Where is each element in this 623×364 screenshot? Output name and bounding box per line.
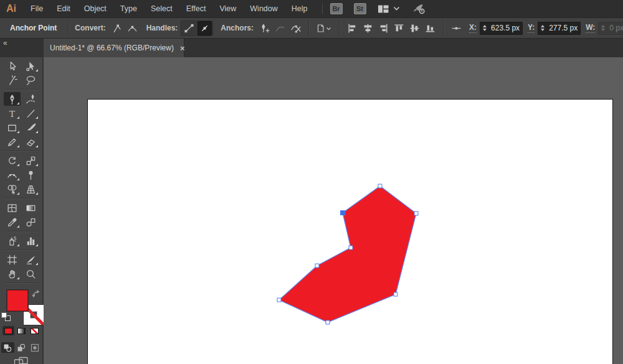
bridge-button[interactable]: Br bbox=[330, 3, 343, 14]
lasso-tool[interactable] bbox=[22, 73, 39, 87]
menu-effect[interactable]: Effect bbox=[179, 0, 213, 17]
anchor-point[interactable] bbox=[414, 212, 418, 215]
eraser-tool[interactable] bbox=[22, 135, 39, 149]
anchor-point[interactable] bbox=[315, 264, 319, 268]
color-button[interactable] bbox=[2, 326, 14, 335]
document-setup-button[interactable] bbox=[315, 21, 333, 35]
slice-tool[interactable] bbox=[22, 253, 39, 266]
draw-inside-button[interactable] bbox=[29, 342, 42, 353]
chevron-down-icon[interactable] bbox=[393, 6, 400, 11]
menu-help[interactable]: Help bbox=[285, 0, 315, 17]
remove-anchor-button[interactable] bbox=[273, 21, 287, 35]
pencil-tool[interactable] bbox=[4, 135, 21, 149]
anchor-point[interactable] bbox=[349, 246, 353, 250]
rectangle-tool[interactable] bbox=[4, 121, 21, 134]
hide-handles-button[interactable] bbox=[197, 21, 212, 35]
column-graph-tool[interactable] bbox=[22, 234, 39, 248]
menu-edit[interactable]: Edit bbox=[50, 0, 77, 17]
menu-object[interactable]: Object bbox=[77, 0, 113, 17]
eyedropper-tool[interactable] bbox=[4, 215, 21, 229]
gradient-tool[interactable] bbox=[22, 201, 39, 215]
draw-normal-button[interactable] bbox=[1, 342, 14, 353]
draw-behind-button[interactable] bbox=[15, 342, 28, 353]
type-tool[interactable]: T bbox=[4, 106, 21, 120]
scale-tool[interactable] bbox=[22, 154, 39, 167]
menu-window[interactable]: Window bbox=[243, 0, 284, 17]
align-top-button[interactable] bbox=[392, 21, 406, 35]
reference-point-icon[interactable] bbox=[449, 21, 464, 35]
x-value[interactable]: 623.5 px bbox=[491, 24, 520, 32]
anchor-point[interactable] bbox=[394, 292, 397, 296]
none-chip bbox=[31, 328, 39, 334]
rotate-tool[interactable] bbox=[4, 154, 21, 167]
menu-file[interactable]: File bbox=[24, 0, 50, 17]
workspace-switcher-icon[interactable] bbox=[378, 4, 389, 14]
perspective-grid-tool[interactable] bbox=[22, 182, 39, 196]
align-vertical-center-button[interactable] bbox=[407, 21, 422, 35]
curvature-tool[interactable] bbox=[22, 92, 39, 106]
add-anchor-button[interactable] bbox=[257, 21, 272, 35]
y-value[interactable]: 277.5 px bbox=[549, 24, 578, 32]
paintbrush-tool[interactable] bbox=[22, 121, 39, 134]
magic-wand-tool[interactable] bbox=[4, 73, 21, 87]
pen-tool[interactable] bbox=[4, 92, 21, 106]
x-stepper[interactable] bbox=[483, 25, 487, 31]
align-right-button[interactable] bbox=[376, 21, 391, 35]
cut-path-button[interactable] bbox=[288, 21, 303, 35]
y-input[interactable]: 277.5 px bbox=[538, 22, 581, 35]
y-stepper[interactable] bbox=[541, 25, 545, 31]
flyout-indicator bbox=[36, 131, 38, 133]
flyout-indicator bbox=[17, 192, 19, 195]
menu-view[interactable]: View bbox=[212, 0, 243, 17]
w-label[interactable]: W: bbox=[586, 23, 595, 33]
align-horizontal-center-button[interactable] bbox=[361, 21, 375, 35]
selection-tool[interactable] bbox=[4, 59, 21, 73]
convert-to-corner-button[interactable] bbox=[110, 21, 124, 35]
tool-group-separator bbox=[4, 282, 39, 284]
shape-builder-tool[interactable] bbox=[4, 182, 21, 196]
anchors-label: Anchors: bbox=[221, 24, 254, 32]
align-left-button[interactable] bbox=[345, 21, 359, 35]
align-bottom-button[interactable] bbox=[423, 21, 437, 35]
x-input[interactable]: 623.5 px bbox=[480, 22, 523, 35]
artboard-tool[interactable] bbox=[4, 253, 21, 266]
x-label[interactable]: X: bbox=[469, 23, 477, 33]
none-button[interactable] bbox=[29, 326, 40, 335]
width-tool[interactable] bbox=[4, 168, 21, 182]
document-tab[interactable]: Untitled-1* @ 66.67% (RGB/Preview) × bbox=[44, 39, 184, 57]
anchor-point-selected[interactable] bbox=[341, 211, 345, 215]
convert-to-smooth-button[interactable] bbox=[125, 21, 140, 35]
flyout-indicator bbox=[17, 244, 19, 246]
menu-type[interactable]: Type bbox=[113, 0, 144, 17]
menu-select[interactable]: Select bbox=[144, 0, 179, 17]
symbol-sprayer-tool[interactable] bbox=[4, 234, 21, 248]
line-segment-tool[interactable] bbox=[22, 106, 39, 120]
direct-selection-tool[interactable] bbox=[22, 59, 39, 73]
flyout-indicator bbox=[17, 178, 19, 180]
zoom-tool[interactable] bbox=[22, 267, 39, 281]
panel-collapse-icon[interactable]: « bbox=[3, 39, 7, 47]
gradient-button[interactable] bbox=[16, 326, 27, 335]
swap-fill-stroke-icon[interactable] bbox=[32, 289, 40, 301]
anchor-point[interactable] bbox=[326, 320, 330, 324]
anchor-point[interactable] bbox=[378, 184, 382, 188]
gpu-performance-icon[interactable] bbox=[411, 3, 427, 15]
default-fill-stroke-icon[interactable] bbox=[1, 312, 11, 321]
tab-close-icon[interactable]: × bbox=[180, 44, 185, 52]
fill-swatch[interactable] bbox=[7, 290, 28, 311]
puppet-warp-tool[interactable] bbox=[22, 168, 39, 182]
main-area: T bbox=[0, 57, 623, 364]
paint-type-buttons bbox=[2, 326, 40, 335]
canvas[interactable] bbox=[44, 57, 623, 364]
shape-path[interactable] bbox=[279, 186, 416, 322]
blend-tool[interactable] bbox=[22, 215, 39, 229]
y-label[interactable]: Y: bbox=[528, 23, 535, 33]
stock-button[interactable]: St bbox=[354, 3, 366, 14]
hand-tool[interactable] bbox=[4, 267, 21, 281]
shape-overlay bbox=[44, 57, 623, 364]
show-handles-button[interactable] bbox=[182, 21, 196, 35]
screen-mode-button[interactable] bbox=[14, 357, 29, 364]
color-chip bbox=[4, 328, 12, 334]
mesh-tool[interactable] bbox=[4, 201, 21, 215]
anchor-point[interactable] bbox=[277, 298, 281, 302]
